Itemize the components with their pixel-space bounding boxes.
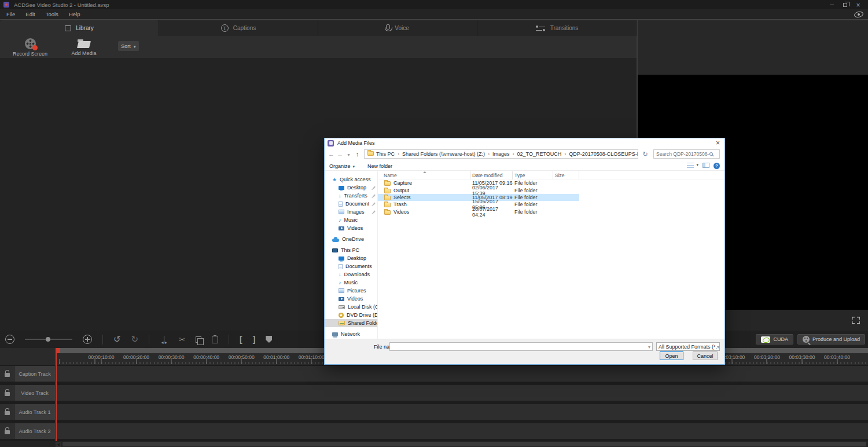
column-header-size[interactable]: Size (553, 171, 579, 179)
menu-item[interactable]: Tools (41, 10, 64, 19)
add-media-files-dialog: Add Media Files × This PC Shared Folders… (324, 138, 725, 365)
Output[interactable]: Output 02/06/2017 15:39 File folder (378, 186, 579, 193)
preview-pane-button[interactable] (698, 163, 709, 169)
refresh-button[interactable] (640, 149, 650, 159)
track-lock-button[interactable] (0, 366, 14, 382)
track-lane[interactable] (56, 423, 868, 439)
mark-out-button[interactable] (248, 331, 261, 348)
sidebar-item[interactable]: Downloads (325, 270, 377, 279)
produce-and-upload-button[interactable]: Produce and Upload (797, 334, 865, 345)
shared-folder-icon (339, 321, 345, 325)
sort-dropdown[interactable]: Sort (118, 41, 139, 51)
back-button[interactable] (327, 150, 336, 159)
up-button[interactable] (353, 150, 362, 159)
breadcrumb-item[interactable]: This PC (376, 151, 402, 157)
tab[interactable]: Captions (159, 20, 318, 36)
redo-button[interactable] (126, 331, 144, 348)
sidebar-item[interactable]: Music (325, 279, 377, 287)
restore-button[interactable] (841, 1, 849, 8)
copy-button[interactable] (190, 331, 207, 348)
new-folder-button[interactable]: New folder (367, 163, 392, 169)
hard-disk-icon (339, 305, 345, 309)
file-list: Name Date modified Type Size Capture 11/… (378, 171, 724, 339)
organize-dropdown[interactable]: Organize (329, 163, 355, 169)
sidebar-item[interactable]: Network (325, 330, 377, 338)
captions-icon (221, 24, 229, 32)
sidebar-item[interactable]: Videos (325, 224, 377, 232)
help-button[interactable] (713, 163, 720, 169)
breadcrumb-item[interactable]: QDP-20170508-CLOSEUPS-FLOWERS (569, 151, 638, 157)
down-arrow-icon (339, 193, 341, 199)
scroll-left-button[interactable] (56, 442, 61, 447)
search-input[interactable] (654, 151, 709, 157)
track-lock-button[interactable] (0, 385, 14, 401)
tab[interactable]: Voice (318, 20, 477, 36)
view-options-button[interactable] (687, 163, 694, 169)
undo-button[interactable] (108, 331, 126, 348)
format-filter-dropdown[interactable]: All Supported Formats (*.avi;*.r (656, 342, 720, 351)
Videos[interactable]: Videos 28/07/2017 04:24 File folder (378, 208, 579, 215)
zoom-slider[interactable] (20, 331, 78, 348)
sidebar-item[interactable]: DVD Drive (D:) Win1 (325, 311, 377, 319)
sidebar-item[interactable]: OneDrive (325, 235, 377, 243)
add-marker-button[interactable] (260, 331, 277, 348)
add-media-button[interactable]: Add Media (65, 38, 103, 56)
acdsee-eye-icon[interactable] (854, 10, 864, 18)
sidebar-item[interactable]: This PC (325, 246, 377, 254)
column-header-date[interactable]: Date modified (470, 171, 513, 179)
zoom-out-button[interactable] (0, 331, 20, 348)
track-label: Video Track (14, 385, 55, 401)
sidebar-item[interactable]: Desktop (325, 254, 377, 262)
horizontal-scrollbar[interactable] (62, 442, 866, 446)
close-icon (856, 0, 860, 10)
cancel-button[interactable]: Cancel (693, 351, 718, 360)
sidebar-item[interactable]: Images (325, 208, 377, 216)
tab[interactable]: Library (0, 20, 159, 36)
split-button[interactable] (155, 331, 174, 348)
record-screen-button[interactable]: Record Screen (8, 38, 52, 57)
menu-item[interactable]: Help (64, 10, 86, 19)
tab[interactable]: Transitions (477, 20, 637, 36)
cuda-button[interactable]: CUDA (756, 334, 793, 345)
mark-in-button[interactable] (234, 331, 248, 348)
track-lock-button[interactable] (0, 423, 14, 439)
mark-in-icon (240, 334, 242, 345)
sidebar-item[interactable]: Videos (325, 295, 377, 303)
address-box[interactable]: This PC Shared Folders (\\vmware-host) (… (364, 149, 638, 159)
fullscreen-button[interactable] (852, 317, 860, 324)
file-name-input[interactable] (390, 343, 648, 350)
sidebar-item[interactable]: Pictures (325, 287, 377, 295)
track-lock-button[interactable] (0, 404, 14, 420)
track-lane[interactable] (56, 404, 868, 420)
sidebar-item[interactable]: Desktop (325, 184, 377, 192)
track-lane[interactable] (56, 366, 868, 382)
breadcrumb-item[interactable]: 02_TO_RETOUCH (517, 151, 569, 157)
close-button[interactable] (854, 1, 862, 8)
menu-item[interactable]: Edit (20, 10, 40, 19)
sidebar-item[interactable]: Documents (325, 262, 377, 270)
forward-button[interactable] (336, 150, 344, 159)
menu-item[interactable]: File (1, 10, 20, 19)
column-header-name[interactable]: Name (378, 171, 470, 179)
recent-locations-button[interactable] (344, 150, 353, 159)
sidebar-item[interactable]: Music (325, 216, 377, 224)
sidebar-item[interactable]: Quick access (325, 175, 377, 184)
zoom-in-button[interactable] (78, 331, 97, 348)
sidebar-item[interactable]: Shared Folders (\\vm (325, 319, 377, 327)
minimize-button[interactable] (827, 1, 836, 8)
paste-button[interactable] (207, 331, 223, 348)
sidebar-item[interactable]: Transferts (325, 192, 377, 200)
track-lane[interactable] (56, 385, 868, 401)
dialog-close-button[interactable]: × (716, 140, 720, 146)
breadcrumb-item[interactable]: Images (492, 151, 517, 157)
cut-button[interactable] (174, 331, 190, 348)
sidebar-item[interactable]: Local Disk (C:) (325, 303, 377, 311)
sidebar-item[interactable]: Documents (325, 200, 377, 208)
playhead[interactable] (56, 348, 57, 441)
transitions-icon (535, 25, 546, 31)
column-header-type[interactable]: Type (513, 171, 553, 179)
breadcrumb-item[interactable]: Shared Folders (\\vmware-host) (Z:) (402, 151, 492, 157)
sort-label: Sort (121, 43, 131, 49)
open-button[interactable]: Open (660, 351, 683, 360)
dialog-app-icon (328, 140, 334, 146)
